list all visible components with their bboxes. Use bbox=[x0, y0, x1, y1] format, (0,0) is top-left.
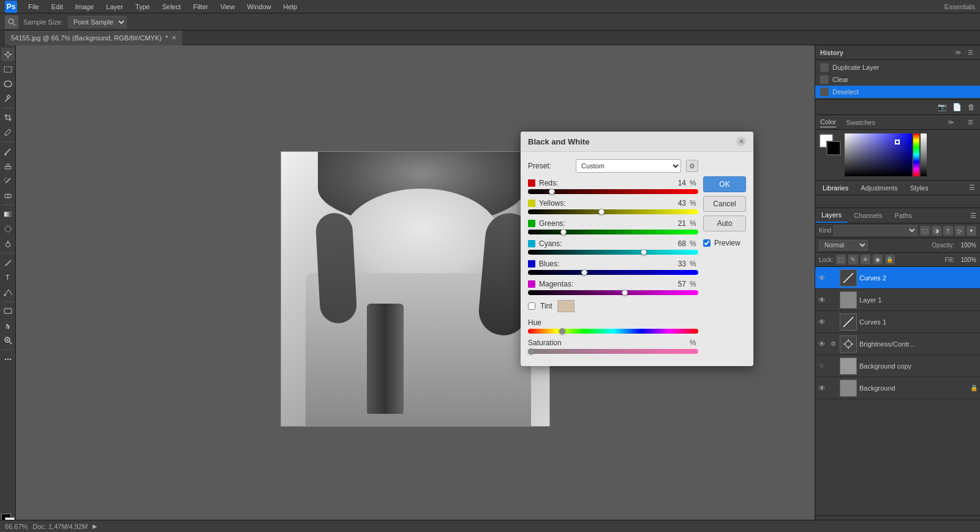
color-panel-expand[interactable]: ≫ bbox=[946, 118, 956, 127]
opacity-value[interactable]: 100% bbox=[957, 242, 976, 249]
greens-value[interactable]: 21 bbox=[668, 219, 686, 228]
filter-adjust-icon[interactable]: ◑ bbox=[932, 226, 941, 236]
layers-tabs-expand[interactable]: ☰ bbox=[967, 209, 980, 222]
lock-image-icon[interactable]: ✎ bbox=[848, 255, 858, 264]
tool-eyedropper[interactable] bbox=[1, 126, 15, 139]
fill-value[interactable]: 100% bbox=[957, 257, 976, 263]
sample-size-select[interactable]: Point Sample bbox=[68, 16, 127, 28]
tool-eraser[interactable] bbox=[1, 189, 15, 202]
tool-history-brush[interactable] bbox=[1, 174, 15, 187]
menu-type[interactable]: Type bbox=[130, 2, 155, 12]
tool-lasso[interactable] bbox=[1, 77, 15, 91]
layer-visibility-brightness[interactable]: 👁 bbox=[818, 340, 826, 348]
menu-view[interactable]: View bbox=[216, 2, 240, 12]
yellows-thumb[interactable] bbox=[598, 209, 605, 215]
tool-pen[interactable] bbox=[1, 256, 15, 269]
reds-track[interactable] bbox=[528, 189, 698, 194]
tool-hand[interactable] bbox=[1, 319, 15, 332]
filter-shape-icon[interactable]: ▷ bbox=[955, 226, 965, 236]
libraries-panel-expand[interactable]: ☰ bbox=[969, 184, 975, 192]
preset-gear-button[interactable]: ⚙ bbox=[686, 160, 698, 172]
menu-image[interactable]: Image bbox=[70, 2, 99, 12]
filter-smart-icon[interactable]: ✦ bbox=[967, 226, 976, 236]
layer-item-curves2[interactable]: 👁 Curves 2 bbox=[815, 267, 980, 289]
tool-path-select[interactable] bbox=[1, 285, 15, 299]
tool-zoom[interactable] bbox=[1, 334, 15, 347]
blues-value[interactable]: 33 bbox=[668, 260, 686, 268]
history-item-2[interactable]: Deselect bbox=[815, 86, 980, 98]
menu-help[interactable]: Help bbox=[278, 2, 302, 12]
saturation-track[interactable] bbox=[528, 349, 698, 354]
reds-value[interactable]: 14 bbox=[668, 179, 686, 187]
blues-track[interactable] bbox=[528, 270, 698, 275]
kind-select[interactable] bbox=[834, 225, 918, 236]
preset-select[interactable]: Custom bbox=[576, 159, 681, 173]
layer-visibility-curves1[interactable]: 👁 bbox=[818, 318, 826, 326]
cyans-value[interactable]: 68 bbox=[668, 239, 686, 248]
tool-crop[interactable] bbox=[1, 111, 15, 124]
history-item-1[interactable]: Clear bbox=[815, 73, 980, 86]
tool-rect-shape[interactable] bbox=[1, 304, 15, 318]
styles-tab[interactable]: Styles bbox=[908, 183, 931, 193]
tool-move[interactable] bbox=[1, 48, 15, 61]
tool-brush[interactable] bbox=[1, 144, 15, 158]
libraries-tab[interactable]: Libraries bbox=[820, 183, 851, 193]
magentas-thumb[interactable] bbox=[622, 290, 628, 296]
saturation-thumb[interactable] bbox=[528, 348, 534, 354]
tint-checkbox[interactable] bbox=[528, 302, 535, 310]
hue-thumb[interactable] bbox=[559, 328, 565, 334]
foreground-background-colors[interactable] bbox=[819, 133, 841, 155]
tool-stamp[interactable] bbox=[1, 159, 15, 173]
cancel-button[interactable]: Cancel bbox=[703, 196, 746, 212]
layer-item-bgcopy[interactable]: 👁 Background copy bbox=[815, 355, 980, 377]
lock-transparent-icon[interactable]: ⬚ bbox=[836, 255, 846, 264]
lock-artboard-icon[interactable]: ◉ bbox=[873, 255, 883, 264]
menu-select[interactable]: Select bbox=[157, 2, 186, 12]
tool-magic-wand[interactable] bbox=[1, 92, 15, 105]
layer-item-layer1[interactable]: 👁 Layer 1 bbox=[815, 289, 980, 311]
preview-checkbox[interactable] bbox=[703, 239, 710, 247]
tool-more[interactable] bbox=[1, 353, 15, 366]
filter-type-icon[interactable]: T bbox=[943, 226, 953, 236]
magentas-track[interactable] bbox=[528, 290, 698, 295]
layers-tab-paths[interactable]: Paths bbox=[889, 208, 918, 223]
background-color[interactable] bbox=[826, 141, 841, 155]
tool-select-rect[interactable] bbox=[1, 62, 15, 76]
menu-filter[interactable]: Filter bbox=[188, 2, 213, 12]
layers-tab-layers[interactable]: Layers bbox=[815, 208, 848, 223]
menu-file[interactable]: File bbox=[23, 2, 44, 12]
menu-edit[interactable]: Edit bbox=[47, 2, 68, 12]
cyans-track[interactable] bbox=[528, 250, 698, 255]
status-arrow[interactable]: ▶ bbox=[92, 523, 97, 530]
menu-layer[interactable]: Layer bbox=[101, 2, 128, 12]
blues-thumb[interactable] bbox=[581, 269, 587, 275]
history-delete-btn[interactable]: 🗑 bbox=[965, 101, 978, 113]
blend-mode-select[interactable]: Normal bbox=[819, 240, 868, 250]
layer-visibility-background[interactable]: 👁 bbox=[818, 384, 826, 392]
layers-tab-channels[interactable]: Channels bbox=[848, 208, 888, 223]
swatches-tab[interactable]: Swatches bbox=[846, 118, 875, 127]
ok-button[interactable]: OK bbox=[703, 176, 746, 192]
lock-position-icon[interactable]: ✛ bbox=[861, 255, 870, 264]
tool-dodge[interactable] bbox=[1, 237, 15, 250]
doc-tab[interactable]: 54155.jpg @ 66,7% (Background, RGB/8#/CM… bbox=[5, 31, 183, 45]
layer-item-background[interactable]: 👁 Background 🔒 bbox=[815, 377, 980, 399]
greens-track[interactable] bbox=[528, 230, 698, 234]
filter-pixel-icon[interactable]: ⬚ bbox=[920, 226, 930, 236]
lock-all-icon[interactable]: 🔒 bbox=[885, 255, 895, 264]
greens-thumb[interactable] bbox=[560, 229, 567, 235]
layer-visibility-layer1[interactable]: 👁 bbox=[818, 296, 826, 304]
reds-thumb[interactable] bbox=[549, 189, 555, 195]
hue-track[interactable] bbox=[528, 329, 698, 334]
auto-button[interactable]: Auto bbox=[703, 215, 746, 231]
hue-slider-vertical[interactable] bbox=[913, 133, 919, 176]
tint-color-swatch[interactable] bbox=[557, 300, 575, 312]
history-panel-expand[interactable]: ≫ bbox=[953, 48, 963, 58]
history-snapshot-btn[interactable]: 📷 bbox=[936, 101, 948, 113]
doc-tab-close[interactable]: ✕ bbox=[172, 34, 176, 41]
dialog-close-button[interactable]: ✕ bbox=[736, 137, 746, 146]
yellows-value[interactable]: 43 bbox=[668, 199, 686, 208]
brightness-slider-vertical[interactable] bbox=[921, 133, 927, 176]
history-newdoc-btn[interactable]: 📄 bbox=[951, 101, 963, 113]
tool-gradient[interactable] bbox=[1, 208, 15, 221]
